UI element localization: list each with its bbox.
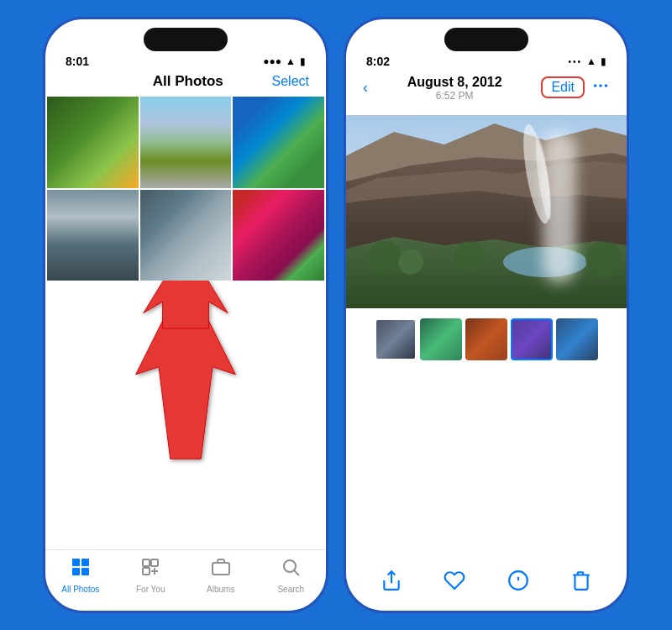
svg-marker-1 <box>144 281 228 328</box>
status-icons-right: ••• ▲ ▮ <box>569 55 606 67</box>
thumb-3[interactable] <box>465 318 507 360</box>
action-bar <box>346 563 627 611</box>
svg-marker-0 <box>136 281 236 459</box>
photo-date: August 8, 2012 <box>407 75 502 90</box>
thumbnail-strip <box>346 315 627 364</box>
tab-bar-left: All Photos For You Albums Search <box>45 549 326 611</box>
svg-point-26 <box>398 249 423 275</box>
thumb-4[interactable] <box>511 318 553 360</box>
svg-rect-3 <box>81 559 89 566</box>
svg-point-28 <box>585 241 622 278</box>
main-photo-svg <box>346 115 627 308</box>
svg-point-12 <box>284 560 296 572</box>
favorite-button[interactable] <box>444 570 465 594</box>
signal-icon: ●●● <box>263 55 281 67</box>
svg-rect-2 <box>72 559 80 566</box>
red-arrow <box>45 281 326 482</box>
tab-label-all-photos: All Photos <box>61 585 99 594</box>
share-button[interactable] <box>381 570 402 594</box>
svg-point-14 <box>594 84 597 87</box>
info-button[interactable] <box>507 570 529 594</box>
main-photo-display[interactable] <box>346 115 627 308</box>
battery-icon: ▮ <box>300 55 306 67</box>
grid-photo-1[interactable] <box>47 97 139 188</box>
tab-label-for-you: For You <box>136 585 165 594</box>
tab-label-albums: Albums <box>207 585 234 594</box>
svg-rect-8 <box>143 568 150 575</box>
time-left: 8:01 <box>66 55 89 68</box>
status-bar-right: 8:02 ••• ▲ ▮ <box>346 51 627 70</box>
right-phone: 8:02 ••• ▲ ▮ ‹ August 8, 2012 6:52 PM Ed… <box>344 17 629 613</box>
thumb-1[interactable] <box>375 318 417 360</box>
tab-all-photos[interactable]: All Photos <box>45 557 116 594</box>
svg-rect-11 <box>213 563 229 575</box>
dynamic-island-right <box>444 28 528 51</box>
battery-icon-right: ▮ <box>601 55 606 67</box>
all-photos-icon <box>71 557 91 582</box>
svg-point-27 <box>454 241 485 271</box>
svg-rect-4 <box>72 568 80 575</box>
thumb-5[interactable] <box>556 318 598 360</box>
svg-rect-6 <box>143 559 150 566</box>
svg-line-13 <box>295 571 300 576</box>
photo-grid <box>45 97 326 281</box>
svg-point-16 <box>605 84 608 87</box>
status-icons-left: ●●● ▲ ▮ <box>263 55 306 67</box>
grid-photo-2[interactable] <box>140 97 232 188</box>
thumb-2[interactable] <box>420 318 462 360</box>
edit-button[interactable]: Edit <box>541 76 585 98</box>
svg-point-25 <box>369 241 402 275</box>
svg-rect-5 <box>81 568 89 575</box>
svg-point-15 <box>599 84 602 87</box>
wifi-icon: ▲ <box>286 55 296 67</box>
albums-icon <box>211 557 231 582</box>
time-right: 8:02 <box>366 55 390 68</box>
date-header: August 8, 2012 6:52 PM <box>407 73 502 102</box>
more-button[interactable] <box>591 76 610 99</box>
delete-button[interactable] <box>570 570 592 594</box>
svg-point-24 <box>503 247 587 277</box>
page-title-left: All Photos <box>153 73 223 90</box>
dots-icon: ••• <box>569 57 583 66</box>
grid-photo-6[interactable] <box>233 190 324 281</box>
grid-photo-5[interactable] <box>140 190 232 281</box>
nav-header-right: ‹ August 8, 2012 6:52 PM Edit <box>346 70 627 108</box>
left-phone: 8:01 ●●● ▲ ▮ All Photos Select <box>43 17 328 613</box>
dynamic-island-left <box>144 28 228 51</box>
svg-rect-7 <box>151 559 158 566</box>
status-bar-left: 8:01 ●●● ▲ ▮ <box>45 51 326 70</box>
tab-label-search: Search <box>277 585 304 594</box>
grid-photo-3[interactable] <box>233 97 324 188</box>
back-button[interactable]: ‹ <box>363 79 368 97</box>
wifi-icon-right: ▲ <box>586 55 596 67</box>
select-button[interactable]: Select <box>272 74 309 89</box>
search-tab-icon <box>281 557 301 582</box>
tab-albums[interactable]: Albums <box>186 557 256 594</box>
grid-photo-4[interactable] <box>47 190 139 281</box>
tab-search[interactable]: Search <box>256 557 327 594</box>
nav-header-left: All Photos Select <box>45 70 326 97</box>
tab-for-you[interactable]: For You <box>116 557 186 594</box>
photo-time: 6:52 PM <box>436 90 474 102</box>
for-you-icon <box>140 557 160 582</box>
